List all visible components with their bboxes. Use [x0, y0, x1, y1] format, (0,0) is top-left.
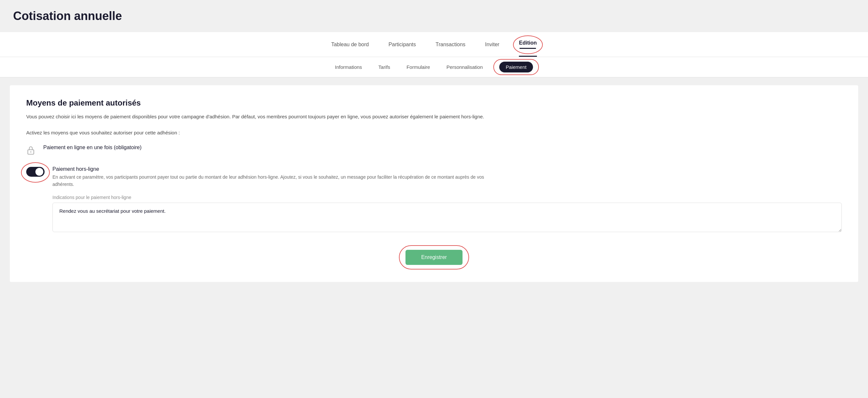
nav-item-edition[interactable]: Edition: [519, 38, 536, 51]
online-payment-option: Paiement en ligne en une fois (obligatoi…: [26, 145, 842, 157]
offline-payment-toggle[interactable]: [26, 167, 44, 177]
top-navigation: Tableau de bord Participants Transaction…: [0, 32, 868, 57]
sub-nav-personnalisation[interactable]: Personnalisation: [446, 63, 483, 71]
page-title: Cotisation annuelle: [13, 9, 855, 23]
nav-item-inviter[interactable]: Inviter: [485, 40, 500, 50]
lock-icon: [26, 145, 35, 157]
online-payment-label: Paiement en ligne en une fois (obligatoi…: [43, 145, 142, 151]
offline-payment-content: Paiement hors-ligne En activant ce param…: [53, 166, 842, 188]
sub-nav-tarifs[interactable]: Tarifs: [378, 63, 390, 71]
svg-point-1: [30, 151, 31, 152]
save-button-wrapper: Enregistrer: [405, 250, 463, 265]
sub-nav-formulaire[interactable]: Formulaire: [406, 63, 430, 71]
nav-item-transactions[interactable]: Transactions: [436, 40, 465, 50]
offline-payment-label: Paiement hors-ligne: [53, 166, 842, 172]
sub-nav-paiement[interactable]: Paiement: [499, 62, 533, 72]
textarea-label: Indications pour le paiement hors-ligne: [53, 195, 842, 200]
offline-payment-description: En activant ce paramètre, vos participan…: [53, 174, 495, 188]
offline-payment-row: Paiement hors-ligne En activant ce param…: [26, 166, 842, 188]
online-payment-content: Paiement en ligne en une fois (obligatoi…: [43, 145, 142, 151]
activate-label: Activez les moyens que vous souhaitez au…: [26, 130, 842, 135]
nav-item-participants[interactable]: Participants: [389, 40, 416, 50]
sub-nav-informations[interactable]: Informations: [335, 63, 362, 71]
save-section: Enregistrer: [26, 250, 842, 265]
main-content: Moyens de paiement autorisés Vous pouvez…: [10, 85, 858, 282]
section-title: Moyens de paiement autorisés: [26, 98, 842, 108]
sub-navigation: Informations Tarifs Formulaire Personnal…: [0, 57, 868, 78]
save-button[interactable]: Enregistrer: [405, 250, 463, 265]
offline-payment-toggle-wrapper: [26, 167, 44, 178]
textarea-wrapper: Indications pour le paiement hors-ligne: [53, 195, 842, 234]
section-description: Vous pouvez choisir ici les moyens de pa…: [26, 113, 485, 121]
nav-item-tableau-de-bord[interactable]: Tableau de bord: [331, 40, 369, 50]
offline-instructions-textarea[interactable]: [53, 203, 842, 232]
